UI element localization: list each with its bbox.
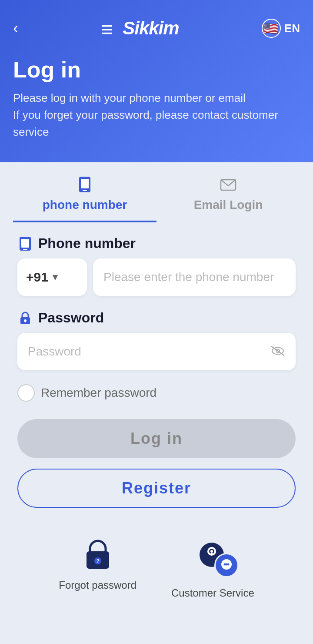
tabs-section: phone number Email Login <box>0 162 313 222</box>
phone-label: Phone number <box>38 235 136 252</box>
bottom-actions: ? Forgot password <box>0 521 313 625</box>
customer-service-label: Customer Service <box>171 587 254 599</box>
eye-toggle-icon[interactable] <box>270 344 285 360</box>
phone-field-icon <box>17 236 33 252</box>
phone-tab-icon <box>76 175 94 194</box>
tab-email[interactable]: Email Login <box>156 162 300 222</box>
svg-text:≡: ≡ <box>101 18 113 39</box>
page-title: Log in <box>13 57 300 83</box>
forgot-password-icon: ? <box>80 538 115 573</box>
tab-email-label: Email Login <box>194 198 263 212</box>
logo: ≡ Sikkim <box>101 17 179 39</box>
svg-rect-6 <box>21 239 29 248</box>
customer-service-action[interactable]: Customer Service <box>171 538 254 599</box>
password-field-label-row: Password <box>17 310 296 326</box>
tab-phone-label: phone number <box>43 198 127 212</box>
password-input[interactable] <box>17 333 296 370</box>
header-subtitle: Please log in with your phone number or … <box>13 90 300 141</box>
forgot-password-label: Forgot password <box>59 579 137 591</box>
remember-checkbox[interactable] <box>17 384 35 402</box>
logo-text: Sikkim <box>123 18 179 39</box>
svg-point-20 <box>210 550 213 553</box>
password-label: Password <box>38 310 104 326</box>
language-button[interactable]: 🇺🇸 EN <box>262 19 300 38</box>
header-top: ‹ ≡ Sikkim 🇺🇸 EN <box>13 17 300 39</box>
country-code-selector[interactable]: +91 ▾ <box>17 258 87 296</box>
svg-rect-3 <box>83 190 87 191</box>
svg-point-25 <box>227 564 230 566</box>
lock-field-icon <box>17 310 33 326</box>
form-section: Phone number +91 ▾ Password <box>0 222 313 521</box>
chevron-down-icon: ▾ <box>53 272 57 283</box>
email-tab-icon <box>219 175 237 194</box>
chat-bubble-icon <box>219 557 234 573</box>
header-section: ‹ ≡ Sikkim 🇺🇸 EN Log in Please log in wi… <box>0 0 313 162</box>
flag-icon: 🇺🇸 <box>262 19 281 38</box>
phone-field-group: Phone number +91 ▾ <box>17 235 296 296</box>
forgot-password-action[interactable]: ? Forgot password <box>59 538 137 599</box>
back-button[interactable]: ‹ <box>13 20 18 36</box>
svg-rect-10 <box>25 321 26 322</box>
phone-input-row: +91 ▾ <box>17 258 296 296</box>
password-field-group: Password <box>17 310 296 370</box>
remember-password-row: Remember password <box>17 384 296 402</box>
remember-label: Remember password <box>41 386 156 400</box>
svg-rect-7 <box>23 249 27 250</box>
country-code-value: +91 <box>26 270 48 285</box>
svg-point-21 <box>210 553 213 555</box>
phone-field-label-row: Phone number <box>17 235 296 252</box>
login-button[interactable]: Log in <box>17 419 296 458</box>
register-button[interactable]: Register <box>17 469 296 508</box>
phone-input[interactable] <box>93 258 296 296</box>
password-input-wrapper <box>17 333 296 370</box>
tab-phone[interactable]: phone number <box>13 162 156 222</box>
login-tabs: phone number Email Login <box>13 162 300 222</box>
lang-code: EN <box>284 22 300 35</box>
logo-icon: ≡ <box>101 17 123 39</box>
svg-rect-2 <box>81 179 89 188</box>
svg-text:?: ? <box>97 559 99 564</box>
